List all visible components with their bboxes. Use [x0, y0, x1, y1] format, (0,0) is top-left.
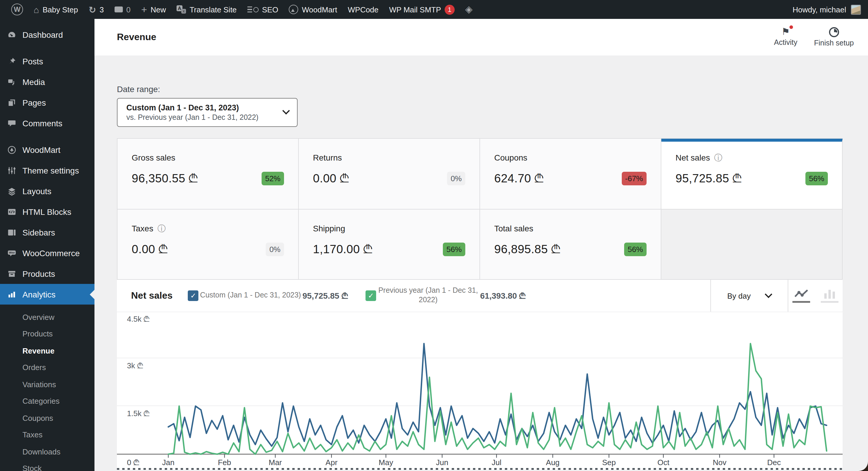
admin-bar-item-gem[interactable]: ◈	[460, 0, 478, 19]
stat-card-total-sales[interactable]: Total sales96,895.85 ₾56%	[480, 209, 661, 280]
submenu-item-coupons[interactable]: Coupons	[0, 410, 94, 427]
chart-legend-row: Net sales ✓ Custom (Jan 1 - Dec 31, 2023…	[117, 280, 843, 312]
submenu-item-orders[interactable]: Orders	[0, 359, 94, 376]
sidebar-item-label: WooCommerce	[23, 248, 80, 258]
card-value: 624.70 ₾	[494, 172, 544, 185]
delta-badge: 56%	[624, 242, 647, 256]
notification-dot	[789, 25, 793, 29]
stat-card-taxes[interactable]: Taxesⓘ0.00 ₾0%	[118, 209, 299, 280]
sidebar-item-label: Dashboard	[23, 30, 63, 39]
admin-bar-item-translate-site[interactable]: AxTranslate Site	[171, 0, 242, 19]
woo-icon: Woo	[6, 247, 18, 259]
admin-bar-item-seo[interactable]: SEO	[242, 0, 284, 19]
admin-bar-item-woodmart[interactable]: WoodMart	[284, 0, 342, 19]
admin-bar-item-label: Baby Step	[42, 5, 78, 14]
submenu-item-stock[interactable]: Stock	[0, 460, 94, 471]
sidebar-item-label: Comments	[23, 118, 62, 128]
sidebar-item-layouts[interactable]: Layouts	[0, 181, 94, 201]
svg-text:Oct: Oct	[657, 458, 670, 467]
sidebar-item-woodmart[interactable]: WoodMart	[0, 139, 94, 160]
finish-setup-button[interactable]: Finish setup	[814, 27, 854, 47]
sidebar-item-media[interactable]: Media	[0, 71, 94, 92]
bar-chart-toggle[interactable]	[821, 289, 838, 303]
box-icon	[6, 268, 18, 280]
analytics-submenu: OverviewProductsRevenueOrdersVariationsC…	[0, 305, 94, 471]
series-current-checkbox[interactable]: ✓	[188, 290, 199, 301]
stat-card-returns[interactable]: Returns0.00 ₾0%	[299, 139, 480, 209]
date-range-label: Date range:	[117, 85, 843, 94]
stat-card-coupons[interactable]: Coupons624.70 ₾-67%	[480, 139, 661, 209]
submenu-item-taxes[interactable]: Taxes	[0, 427, 94, 443]
admin-bar-item-new-content[interactable]: +New	[136, 0, 171, 19]
date-range-dropdown[interactable]: Custom (Jan 1 - Dec 31, 2023) vs. Previo…	[117, 98, 298, 127]
sidebar-item-html-blocks[interactable]: HTML Blocks	[0, 201, 94, 222]
empty-card-cell	[661, 209, 843, 280]
inactive-underline	[821, 301, 838, 303]
user-avatar[interactable]	[851, 4, 861, 14]
svg-text:May: May	[379, 458, 393, 467]
flag-icon: ⚑	[781, 27, 790, 37]
date-range-primary: Custom (Jan 1 - Dec 31, 2023)	[126, 102, 283, 113]
home-icon: ⌂	[34, 5, 39, 14]
date-range-secondary: vs. Previous year (Jan 1 - Dec 31, 2022)	[126, 113, 283, 123]
page-header: Revenue ⚑ Activity Finish setup	[94, 19, 868, 56]
menu-separator	[0, 133, 94, 139]
admin-bar-account[interactable]: Howdy, michael	[793, 4, 862, 14]
card-label: Returns	[313, 153, 342, 162]
setup-progress-icon	[829, 27, 839, 37]
submenu-item-revenue[interactable]: Revenue	[0, 342, 94, 359]
admin-bar-item-wp-mail-smtp[interactable]: WP Mail SMTP1	[384, 0, 460, 19]
updates-refresh-icon: ↻	[89, 5, 96, 14]
info-icon[interactable]: ⓘ	[157, 224, 166, 232]
card-label: Net sales	[676, 153, 710, 162]
activity-button[interactable]: ⚑ Activity	[773, 27, 799, 47]
admin-bar-item-label: Translate Site	[190, 5, 237, 14]
submenu-item-products[interactable]: Products	[0, 325, 94, 342]
admin-bar-item-wp-logo[interactable]: W	[6, 0, 28, 19]
svg-text:Jan: Jan	[162, 458, 175, 467]
net-sales-chart-panel: Net sales ✓ Custom (Jan 1 - Dec 31, 2023…	[117, 280, 843, 470]
svg-text:Mar: Mar	[269, 458, 282, 467]
series-previous-checkbox[interactable]: ✓	[366, 290, 376, 301]
info-icon[interactable]: ⓘ	[714, 153, 722, 162]
sidebar-item-comments[interactable]: Comments	[0, 113, 94, 133]
chevron-down-icon	[282, 107, 290, 115]
sidebar-item-dashboard[interactable]: Dashboard	[0, 24, 94, 45]
admin-bar-item-updates[interactable]: ↻3	[83, 0, 109, 19]
pin-icon	[6, 55, 18, 67]
admin-bar: W⌂Baby Step↻30+NewAxTranslate SiteSEOWoo…	[0, 0, 868, 19]
card-value: 0.00 ₾	[313, 172, 349, 185]
submenu-item-overview[interactable]: Overview	[0, 309, 94, 325]
svg-text:Nov: Nov	[713, 458, 726, 467]
submenu-item-variations[interactable]: Variations	[0, 376, 94, 393]
chevron-down-icon	[765, 290, 772, 298]
sidebar-item-posts[interactable]: Posts	[0, 51, 94, 71]
sidebar-item-sidebars[interactable]: Sidebars	[0, 222, 94, 243]
sidebar-item-pages[interactable]: Pages	[0, 92, 94, 113]
sidebar-item-label: Analytics	[23, 289, 56, 299]
stat-card-shipping[interactable]: Shipping1,170.00 ₾56%	[299, 209, 480, 280]
admin-bar-item-site-name[interactable]: ⌂Baby Step	[28, 0, 83, 19]
admin-bar-item-wpcode[interactable]: WPCode	[342, 0, 384, 19]
submenu-item-downloads[interactable]: Downloads	[0, 443, 94, 460]
sidebar-item-woocommerce[interactable]: WooWooCommerce	[0, 243, 94, 263]
admin-bar-item-label: SEO	[262, 5, 278, 14]
admin-sidebar: DashboardPostsMediaPagesCommentsWoodMart…	[0, 19, 94, 471]
admin-bar-items: W⌂Baby Step↻30+NewAxTranslate SiteSEOWoo…	[6, 0, 478, 19]
stat-card-gross-sales[interactable]: Gross sales96,350.55 ₾52%	[118, 139, 299, 209]
sidebar-item-products[interactable]: Products	[0, 263, 94, 284]
summary-cards: Gross sales96,350.55 ₾52%Returns0.00 ₾0%…	[117, 138, 843, 280]
card-label: Shipping	[313, 223, 345, 233]
delta-badge: 56%	[805, 172, 828, 185]
submenu-item-categories[interactable]: Categories	[0, 393, 94, 410]
net-sales-chart[interactable]: JanFebMarAprMayJunJulAugSepOctNovDec4.5k…	[117, 312, 843, 469]
sidebar-item-analytics[interactable]: Analytics	[0, 284, 94, 305]
admin-bar-item-comments[interactable]: 0	[109, 0, 136, 19]
line-chart-toggle[interactable]	[793, 289, 810, 303]
interval-dropdown[interactable]: By day	[710, 280, 788, 312]
stat-card-net-sales[interactable]: Net salesⓘ95,725.85 ₾56%	[661, 139, 843, 209]
delta-badge: 0%	[447, 172, 465, 185]
admin-bar-item-label: 3	[99, 5, 104, 14]
sidebar-item-theme-settings[interactable]: Theme settings	[0, 160, 94, 181]
sliders-icon	[6, 164, 18, 176]
